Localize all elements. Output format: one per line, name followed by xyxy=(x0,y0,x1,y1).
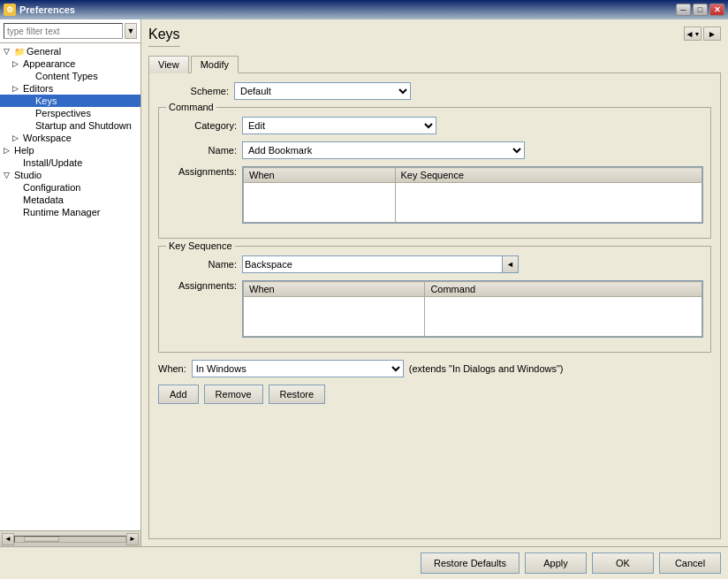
content-area: ▼ ▽ 📁 General ▷ Appearance Content Types xyxy=(0,19,728,546)
sidebar-label-general: General xyxy=(27,46,61,57)
command-group-label: Command xyxy=(166,102,216,112)
sidebar-item-workspace[interactable]: ▷ Workspace xyxy=(0,132,140,144)
name-label: Name: xyxy=(166,145,237,156)
expand-icon: ▷ xyxy=(4,146,12,155)
col-key-seq: Key Sequence xyxy=(395,168,701,183)
when-row: When: In Windows In Dialogs In Dialogs a… xyxy=(158,360,711,377)
main-container: ▼ ▽ 📁 General ▷ Appearance Content Types xyxy=(0,19,728,579)
ks-col-command: Command xyxy=(425,282,702,297)
sidebar-item-help[interactable]: ▷ Help xyxy=(0,144,140,156)
scroll-right-arrow[interactable]: ► xyxy=(126,533,139,545)
close-button[interactable]: ✕ xyxy=(709,4,724,16)
title-bar: ⚙ Preferences ─ □ ✕ xyxy=(0,0,728,19)
command-assignments-table: When Key Sequence xyxy=(242,166,703,224)
scheme-label: Scheme: xyxy=(158,86,229,96)
assignments-label: Assignments: xyxy=(166,166,237,177)
restore-button[interactable]: Restore xyxy=(269,385,326,404)
ks-arrow-button[interactable]: ◄ xyxy=(503,255,519,273)
sidebar-label-content-types: Content Types xyxy=(35,71,98,81)
maximize-button[interactable]: □ xyxy=(693,4,708,16)
back-arrow-icon: ◄ xyxy=(686,29,694,39)
minimize-button[interactable]: ─ xyxy=(676,4,691,16)
ks-table: When Command xyxy=(243,281,702,337)
sidebar-label-help: Help xyxy=(14,145,34,156)
sidebar-label-keys: Keys xyxy=(35,95,57,106)
sidebar-item-general[interactable]: ▽ 📁 General xyxy=(0,45,140,57)
key-sequence-input[interactable] xyxy=(242,255,503,273)
apply-button[interactable]: Apply xyxy=(525,552,587,574)
filter-input[interactable] xyxy=(4,23,123,39)
expand-icon: ▽ xyxy=(4,171,12,179)
expand-icon: ▷ xyxy=(12,59,21,68)
scheme-row: Scheme: Default Emacs Microsoft Visual S… xyxy=(158,82,711,100)
ks-input-container: ◄ xyxy=(242,255,519,273)
col-when: When xyxy=(244,168,396,183)
sidebar-item-keys[interactable]: Keys xyxy=(0,95,140,107)
back-button[interactable]: ◄ ▼ xyxy=(684,27,701,41)
key-seq-group-label: Key Sequence xyxy=(166,240,235,251)
sidebar-item-startup[interactable]: Startup and Shutdown xyxy=(0,119,140,132)
scroll-track[interactable] xyxy=(14,536,126,543)
category-label: Category: xyxy=(166,120,237,131)
sidebar-item-appearance[interactable]: ▷ Appearance xyxy=(0,57,140,70)
bottom-bar: Restore Defaults Apply OK Cancel xyxy=(0,546,728,579)
ks-assignments-table: When Command xyxy=(242,280,703,338)
filter-dropdown-button[interactable]: ▼ xyxy=(125,23,137,39)
right-panel: Keys ◄ ▼ ► View Modify Scheme: xyxy=(141,19,728,546)
ok-button[interactable]: OK xyxy=(592,552,654,574)
expand-icon: ▽ xyxy=(4,47,12,56)
sidebar-item-content-types[interactable]: Content Types xyxy=(0,70,140,82)
forward-button[interactable]: ► xyxy=(703,27,721,41)
extends-label: (extends "In Dialogs and Windows") xyxy=(409,363,564,374)
name-select[interactable]: Add Bookmark Add Task Backward History xyxy=(242,141,525,159)
category-row: Category: Edit File Navigate Project Ref… xyxy=(166,117,703,134)
ks-assignments-row: Assignments: When Command xyxy=(166,280,703,338)
ks-name-label: Name: xyxy=(166,259,237,270)
sidebar-label-startup: Startup and Shutdown xyxy=(35,120,132,131)
sidebar-item-install[interactable]: Install/Update xyxy=(0,156,140,169)
sidebar-label-configuration: Configuration xyxy=(23,182,80,193)
sidebar-item-perspectives[interactable]: Perspectives xyxy=(0,107,140,119)
sidebar-label-perspectives: Perspectives xyxy=(35,108,91,118)
cancel-button[interactable]: Cancel xyxy=(659,552,721,574)
sidebar-item-configuration[interactable]: Configuration xyxy=(0,181,140,194)
ks-name-row: Name: ◄ xyxy=(166,255,703,273)
folder-icon: 📁 xyxy=(14,47,25,57)
category-select[interactable]: Edit File Navigate Project Refactor Run … xyxy=(242,117,436,134)
command-group: Command Category: Edit File Navigate Pro… xyxy=(158,107,711,239)
remove-button[interactable]: Remove xyxy=(204,385,263,404)
name-row: Name: Add Bookmark Add Task Backward His… xyxy=(166,141,703,159)
tab-modify[interactable]: Modify xyxy=(191,56,239,73)
sidebar-label-appearance: Appearance xyxy=(23,58,75,69)
sidebar-label-install: Install/Update xyxy=(23,157,82,168)
sidebar-item-studio[interactable]: ▽ Studio xyxy=(0,169,140,181)
tabs: View Modify xyxy=(148,56,721,73)
key-sequence-group: Key Sequence Name: ◄ Assignments: xyxy=(158,246,711,353)
sidebar-item-runtime[interactable]: Runtime Manager xyxy=(0,206,140,218)
sidebar-label-metadata: Metadata xyxy=(23,194,64,205)
sidebar-label-workspace: Workspace xyxy=(23,133,72,143)
sidebar-label-runtime: Runtime Manager xyxy=(23,207,100,217)
app-icon: ⚙ xyxy=(4,4,16,16)
when-label: When: xyxy=(158,363,186,374)
scroll-left-arrow[interactable]: ◄ xyxy=(2,533,14,545)
add-button[interactable]: Add xyxy=(158,385,199,404)
title-bar-text: Preferences xyxy=(19,4,75,15)
table-row xyxy=(244,297,702,337)
action-buttons: Add Remove Restore xyxy=(158,385,711,404)
scroll-thumb[interactable] xyxy=(24,537,59,542)
tab-view[interactable]: View xyxy=(148,56,189,73)
expand-icon: ▷ xyxy=(12,84,21,93)
panel-title: Keys xyxy=(148,27,180,47)
when-select[interactable]: In Windows In Dialogs In Dialogs and Win… xyxy=(192,360,404,377)
scheme-select[interactable]: Default Emacs Microsoft Visual Studio xyxy=(234,82,411,100)
table-row xyxy=(244,183,702,223)
restore-defaults-button[interactable]: Restore Defaults xyxy=(421,552,519,574)
sidebar-label-editors: Editors xyxy=(23,83,53,94)
assignments-row: Assignments: When Key Sequence xyxy=(166,166,703,224)
ks-col-when: When xyxy=(244,282,425,297)
sidebar-scrollbar[interactable]: ◄ ► xyxy=(0,530,140,546)
sidebar-item-metadata[interactable]: Metadata xyxy=(0,194,140,206)
title-bar-controls: ─ □ ✕ xyxy=(676,4,724,16)
sidebar-item-editors[interactable]: ▷ Editors xyxy=(0,82,140,95)
